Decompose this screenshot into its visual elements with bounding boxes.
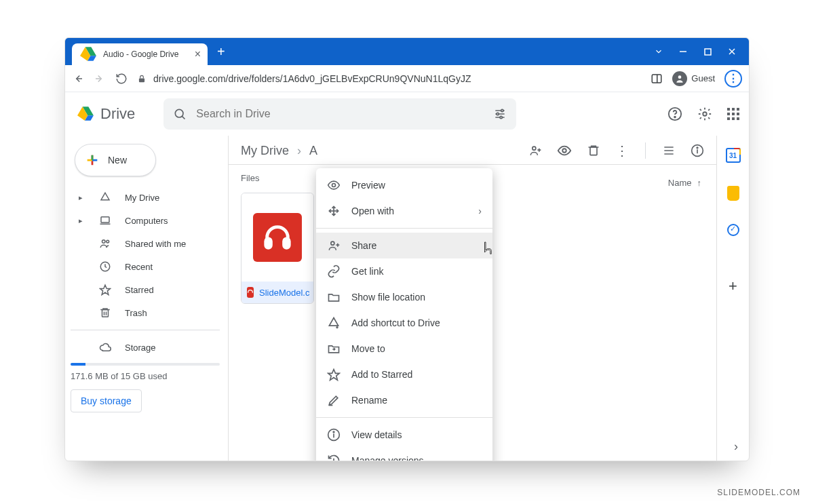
file-name: SlideModel.c xyxy=(259,288,309,298)
svg-point-19 xyxy=(674,117,676,118)
add-icon[interactable]: + xyxy=(726,279,740,293)
new-button[interactable]: New xyxy=(75,144,156,176)
svg-point-45 xyxy=(697,147,698,149)
url-text: drive.google.com/drive/folders/1A6dv0_jG… xyxy=(153,73,471,84)
ctx-label: Rename xyxy=(351,395,387,406)
star-icon xyxy=(99,284,111,296)
chrome-menu-icon[interactable]: ⋮ xyxy=(724,70,742,88)
browser-tab[interactable]: Audio - Google Drive × xyxy=(72,43,208,65)
back-icon[interactable] xyxy=(72,73,84,85)
reload-icon[interactable] xyxy=(115,73,128,85)
sidebar-item-computers[interactable]: ▸Computers xyxy=(71,209,220,232)
app-name: Drive xyxy=(100,105,135,123)
action-bar: ⋮ xyxy=(528,142,704,159)
titlebar: Audio - Google Drive × + xyxy=(65,38,749,65)
ctx-get-link[interactable]: Get link xyxy=(316,258,492,284)
preview-eye-icon[interactable] xyxy=(557,143,572,158)
url-field[interactable]: drive.google.com/drive/folders/1A6dv0_jG… xyxy=(137,73,641,84)
info-icon xyxy=(327,428,341,442)
ctx-label: Move to xyxy=(351,343,385,354)
ctx-label: Open with xyxy=(351,206,394,216)
breadcrumb-current[interactable]: A xyxy=(309,144,317,158)
list-view-icon[interactable] xyxy=(662,144,676,157)
ctx-open-with[interactable]: Open with› xyxy=(316,198,492,224)
maximize-icon[interactable] xyxy=(703,47,712,56)
breadcrumb-sep: › xyxy=(297,144,301,158)
svg-rect-46 xyxy=(266,239,271,248)
sidebar-item-label: Storage xyxy=(125,343,156,353)
hide-rail-icon[interactable]: › xyxy=(734,440,738,454)
ctx-add-starred[interactable]: Add to Starred xyxy=(316,362,492,387)
sidebar-item-label: Computers xyxy=(125,216,168,226)
profile-chip[interactable]: Guest xyxy=(672,71,715,86)
ctx-view-details[interactable]: View details xyxy=(316,422,492,448)
ctx-rename[interactable]: Rename xyxy=(316,387,492,413)
ctx-label: Show file location xyxy=(351,292,425,303)
tab-close-icon[interactable]: × xyxy=(195,49,201,60)
close-icon[interactable] xyxy=(727,47,737,56)
ctx-manage-versions[interactable]: Manage versions xyxy=(316,448,492,461)
new-tab-button[interactable]: + xyxy=(217,44,225,60)
help-icon[interactable] xyxy=(667,106,682,121)
sidebar-item-my-drive[interactable]: ▸My Drive xyxy=(71,186,220,209)
search-box[interactable] xyxy=(163,98,516,130)
svg-point-29 xyxy=(106,240,109,243)
panel-icon[interactable] xyxy=(651,73,663,85)
chevron-down-icon[interactable] xyxy=(654,47,663,56)
keep-icon[interactable] xyxy=(727,186,739,201)
ctx-share[interactable]: Share xyxy=(316,233,492,258)
gear-icon[interactable] xyxy=(697,106,712,121)
svg-marker-52 xyxy=(329,318,338,326)
laptop-icon xyxy=(99,214,111,227)
svg-rect-39 xyxy=(590,147,597,155)
ctx-label: Preview xyxy=(351,180,385,191)
forward-icon[interactable] xyxy=(94,73,106,85)
trash-icon xyxy=(99,307,111,319)
filter-icon[interactable] xyxy=(493,107,507,121)
ctx-move-to[interactable]: Move to xyxy=(316,336,492,362)
file-card[interactable]: SlideModel.c xyxy=(241,193,314,304)
sort-label: Name xyxy=(668,178,692,188)
tasks-icon[interactable] xyxy=(727,224,739,236)
svg-marker-55 xyxy=(328,370,340,381)
breadcrumb-root[interactable]: My Drive xyxy=(241,144,289,158)
svg-marker-31 xyxy=(100,285,111,294)
svg-point-17 xyxy=(500,116,502,118)
svg-marker-25 xyxy=(101,193,109,200)
watermark: SLIDEMODEL.COM xyxy=(717,488,800,497)
svg-point-15 xyxy=(501,109,503,111)
ctx-show-location[interactable]: Show file location xyxy=(316,284,492,310)
sidebar-item-recent[interactable]: ▸Recent xyxy=(71,255,220,278)
minimize-icon[interactable] xyxy=(678,47,688,56)
buy-storage-button[interactable]: Buy storage xyxy=(71,389,142,412)
ctx-label: Manage versions xyxy=(351,455,424,461)
sidebar-item-label: My Drive xyxy=(125,193,159,203)
svg-rect-6 xyxy=(139,78,144,82)
audio-icon xyxy=(247,287,254,298)
ctx-preview[interactable]: Preview xyxy=(316,172,492,198)
trash-icon[interactable] xyxy=(587,144,600,157)
apps-grid-icon[interactable] xyxy=(727,108,739,120)
url-bar: drive.google.com/drive/folders/1A6dv0_jG… xyxy=(65,65,749,92)
sidebar-item-shared[interactable]: ▸Shared with me xyxy=(71,232,220,255)
drive-logo[interactable]: Drive xyxy=(76,105,135,123)
sidebar-item-starred[interactable]: ▸Starred xyxy=(71,278,220,301)
sort-control[interactable]: Name↑ xyxy=(668,178,701,188)
share-person-icon[interactable] xyxy=(528,144,542,157)
sidebar-item-label: Shared with me xyxy=(125,239,186,249)
svg-rect-32 xyxy=(102,310,109,317)
folder-icon xyxy=(327,290,341,304)
svg-point-38 xyxy=(562,149,566,153)
drive-shortcut-icon xyxy=(327,316,341,330)
info-icon[interactable] xyxy=(691,144,704,157)
sidebar-item-trash[interactable]: ▸Trash xyxy=(71,301,220,324)
sidebar-item-storage[interactable]: ▸Storage xyxy=(71,336,220,359)
sidebar-item-label: Trash xyxy=(125,308,147,318)
app-header: Drive xyxy=(65,92,749,136)
ctx-add-shortcut[interactable]: Add shortcut to Drive xyxy=(316,310,492,336)
more-icon[interactable]: ⋮ xyxy=(615,142,629,159)
svg-point-16 xyxy=(497,113,499,115)
calendar-icon[interactable]: 31 xyxy=(726,148,741,163)
open-with-icon xyxy=(327,204,341,218)
search-input[interactable] xyxy=(195,107,485,121)
